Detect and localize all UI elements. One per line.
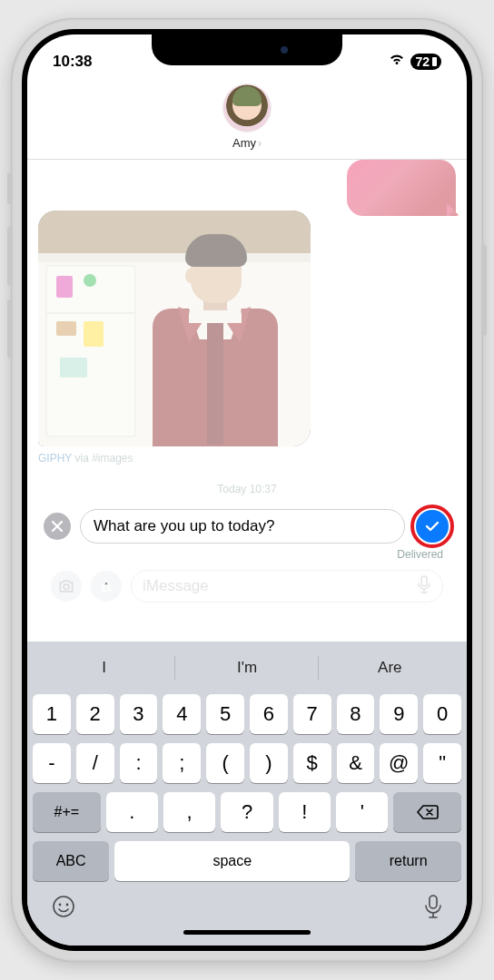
contact-avatar[interactable] <box>222 83 272 132</box>
key-lparen[interactable]: ( <box>206 743 244 783</box>
key-question[interactable]: ? <box>221 792 272 832</box>
chevron-right-icon: › <box>258 137 262 150</box>
keyboard: I I'm Are 1 2 3 4 5 6 7 8 9 0 - / : ; <box>27 642 467 946</box>
timestamp: Today 10:37 <box>38 483 456 495</box>
key-row-2: - / : ; ( ) $ & @ " <box>33 743 461 783</box>
svg-rect-1 <box>421 576 427 586</box>
key-space[interactable]: space <box>114 841 350 881</box>
key-4[interactable]: 4 <box>163 694 201 734</box>
key-9[interactable]: 9 <box>380 694 418 734</box>
confirm-edit-button[interactable] <box>416 510 449 543</box>
wifi-icon <box>389 53 405 71</box>
key-0[interactable]: 0 <box>423 694 461 734</box>
key-5[interactable]: 5 <box>206 694 244 734</box>
svg-point-3 <box>59 904 62 906</box>
svg-point-4 <box>66 904 69 906</box>
delivered-label: Delivered <box>38 548 456 561</box>
key-quote[interactable]: " <box>423 743 461 783</box>
svg-point-2 <box>54 897 74 916</box>
contact-name[interactable]: Amy› <box>232 136 262 150</box>
key-comma[interactable]: , <box>163 792 215 832</box>
key-exclaim[interactable]: ! <box>279 792 331 832</box>
key-symbols[interactable]: #+= <box>33 792 101 832</box>
message-edit-row: What are you up to today? <box>38 508 456 544</box>
key-dollar[interactable]: $ <box>293 743 331 783</box>
battery-indicator: 72 <box>410 54 441 70</box>
key-slash[interactable]: / <box>76 743 114 783</box>
dictate-button[interactable] <box>423 894 443 923</box>
key-7[interactable]: 7 <box>293 694 331 734</box>
volume-down <box>7 299 13 358</box>
key-1[interactable]: 1 <box>33 694 71 734</box>
key-backspace[interactable] <box>393 792 461 832</box>
gif-caption: GIPHY via #images <box>38 452 456 465</box>
power-button <box>481 245 487 336</box>
key-dash[interactable]: - <box>33 743 71 783</box>
edit-message-input[interactable]: What are you up to today? <box>80 509 405 544</box>
cancel-edit-button[interactable] <box>44 513 71 540</box>
suggestion-2[interactable]: I'm <box>175 649 318 687</box>
dictate-icon[interactable] <box>417 575 431 597</box>
key-row-1: 1 2 3 4 5 6 7 8 9 0 <box>33 694 461 734</box>
key-row-3: #+= . , ? ! ' <box>33 792 461 832</box>
home-indicator[interactable] <box>183 930 311 935</box>
compose-placeholder: iMessage <box>143 577 209 595</box>
notch <box>152 34 342 65</box>
key-colon[interactable]: : <box>120 743 158 783</box>
svg-point-0 <box>64 584 69 590</box>
suggestion-1[interactable]: I <box>33 649 175 687</box>
key-semicolon[interactable]: ; <box>163 743 201 783</box>
key-6[interactable]: 6 <box>250 694 288 734</box>
suggestion-3[interactable]: Are <box>319 649 461 687</box>
svg-rect-5 <box>430 896 437 908</box>
suggestion-bar: I I'm Are <box>33 649 461 687</box>
key-at[interactable]: @ <box>380 743 418 783</box>
key-abc[interactable]: ABC <box>33 841 109 881</box>
key-8[interactable]: 8 <box>337 694 375 734</box>
key-period[interactable]: . <box>106 792 158 832</box>
key-return[interactable]: return <box>355 841 461 881</box>
phone-frame: 10:38 72 Amy› <box>11 18 483 962</box>
key-apos[interactable]: ' <box>336 792 388 832</box>
key-row-4: ABC space return <box>33 841 461 881</box>
sent-image-bubble[interactable] <box>347 160 456 216</box>
key-rparen[interactable]: ) <box>250 743 288 783</box>
confirm-edit-highlight <box>414 508 450 544</box>
app-store-button[interactable] <box>91 571 122 602</box>
key-3[interactable]: 3 <box>120 694 158 734</box>
key-2[interactable]: 2 <box>76 694 114 734</box>
compose-input[interactable]: iMessage <box>131 570 443 603</box>
volume-up <box>7 227 13 286</box>
key-amp[interactable]: & <box>337 743 375 783</box>
emoji-button[interactable] <box>51 894 76 923</box>
mute-switch <box>7 172 13 204</box>
compose-row: iMessage <box>38 561 456 612</box>
chat-area: GIPHY via #images Today 10:37 What are y… <box>27 160 467 642</box>
chat-header[interactable]: Amy› <box>27 80 467 160</box>
camera-button[interactable] <box>51 571 82 602</box>
received-gif-bubble[interactable] <box>38 211 311 446</box>
status-time: 10:38 <box>53 53 92 71</box>
